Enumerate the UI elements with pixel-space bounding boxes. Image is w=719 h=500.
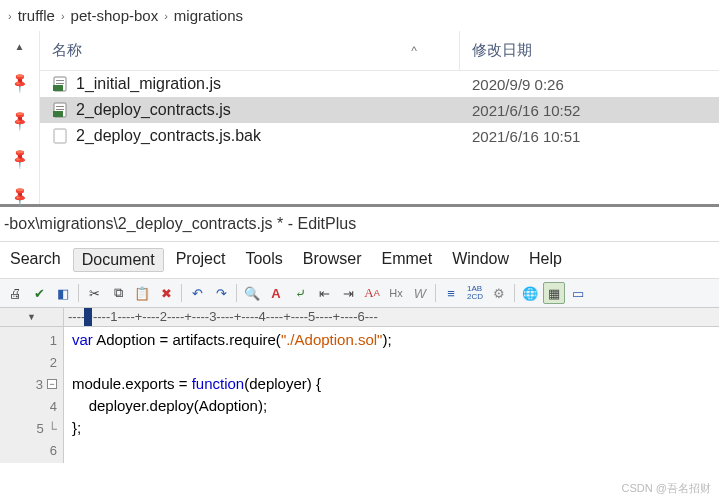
line-button[interactable]: ≡: [440, 282, 462, 304]
toolbar-separator: [435, 284, 436, 302]
menu-item-search[interactable]: Search: [2, 248, 69, 272]
delete-button[interactable]: ✖: [155, 282, 177, 304]
file-icon: [52, 128, 68, 144]
column-header-date[interactable]: 修改日期: [460, 31, 719, 70]
undo-button[interactable]: ↶: [186, 282, 208, 304]
svg-rect-2: [56, 83, 64, 84]
menu-item-browser[interactable]: Browser: [295, 248, 370, 272]
chevron-right-icon: ›: [61, 10, 65, 22]
menu-item-emmet[interactable]: Emmet: [373, 248, 440, 272]
column-header-name[interactable]: 名称 ^: [40, 31, 460, 70]
pin-icon[interactable]: 📌: [8, 146, 31, 169]
pin-icon[interactable]: 📌: [8, 108, 31, 131]
code-content[interactable]: var Adoption = artifacts.require("./Adop…: [64, 327, 719, 463]
output-button[interactable]: ▭: [567, 282, 589, 304]
svg-rect-6: [56, 106, 64, 107]
line-number: 3−: [0, 373, 63, 395]
ruler: ▼ ----+----1----+----2----+----3----+---…: [0, 308, 719, 327]
print-button[interactable]: 🖨: [4, 282, 26, 304]
copy-button[interactable]: ⧉: [107, 282, 129, 304]
toolbar-separator: [236, 284, 237, 302]
indent-left-button[interactable]: ⇤: [313, 282, 335, 304]
settings-button[interactable]: ⚙: [488, 282, 510, 304]
toolbar-separator: [181, 284, 182, 302]
file-name: 1_initial_migration.js: [76, 75, 221, 93]
line-number: 6: [0, 439, 63, 461]
breadcrumb-item[interactable]: migrations: [174, 7, 243, 24]
watermark: CSDN @吾名招财: [622, 481, 711, 496]
file-date: 2021/6/16 10:51: [460, 128, 719, 145]
sort-indicator-icon: ^: [411, 44, 417, 58]
ruler-scale: ----+----1----+----2----+----3----+----4…: [64, 308, 719, 326]
file-name: 2_deploy_contracts.js: [76, 101, 231, 119]
menu-item-help[interactable]: Help: [521, 248, 570, 272]
file-name: 2_deploy_contracts.js.bak: [76, 127, 261, 145]
scroll-up-icon[interactable]: ▲: [15, 41, 25, 52]
file-row[interactable]: 2_deploy_contracts.js2021/6/16 10:52: [40, 97, 719, 123]
file-icon: [52, 76, 68, 92]
preview-button[interactable]: ◧: [52, 282, 74, 304]
indent-right-button[interactable]: ⇥: [337, 282, 359, 304]
font-button[interactable]: AA: [361, 282, 383, 304]
line-number-gutter: 123−45└6: [0, 327, 64, 463]
breadcrumb[interactable]: › truffle › pet-shop-box › migrations: [0, 0, 719, 31]
encoding-button[interactable]: 1AB2CD: [464, 282, 486, 304]
code-line[interactable]: var Adoption = artifacts.require("./Adop…: [72, 329, 711, 351]
font-color-button[interactable]: A: [265, 282, 287, 304]
wrap-button[interactable]: ⤶: [289, 282, 311, 304]
menu-item-window[interactable]: Window: [444, 248, 517, 272]
column-header-date-label: 修改日期: [472, 41, 532, 58]
file-row[interactable]: 2_deploy_contracts.js.bak2021/6/16 10:51: [40, 123, 719, 149]
code-line[interactable]: module.exports = function(deployer) {: [72, 373, 711, 395]
line-number: 1: [0, 329, 63, 351]
redo-button[interactable]: ↷: [210, 282, 232, 304]
paste-button[interactable]: 📋: [131, 282, 153, 304]
cut-button[interactable]: ✂: [83, 282, 105, 304]
svg-rect-1: [56, 80, 64, 81]
code-editor[interactable]: 123−45└6 var Adoption = artifacts.requir…: [0, 327, 719, 463]
pin-icon[interactable]: 📌: [8, 184, 31, 207]
svg-rect-10: [54, 129, 66, 143]
cursor-marker: [84, 308, 92, 326]
menu-item-document[interactable]: Document: [73, 248, 164, 272]
quick-access-pins: ▲ 📌 📌 📌 📌: [0, 31, 40, 204]
find-button[interactable]: 🔍: [241, 282, 263, 304]
code-line[interactable]: [72, 351, 711, 373]
menu-item-project[interactable]: Project: [168, 248, 234, 272]
fold-end-icon: └: [48, 421, 57, 436]
file-date: 2020/9/9 0:26: [460, 76, 719, 93]
fold-minus-icon[interactable]: −: [47, 379, 57, 389]
svg-rect-7: [56, 109, 64, 110]
svg-rect-4: [53, 85, 63, 91]
file-row[interactable]: 1_initial_migration.js2020/9/9 0:26: [40, 71, 719, 97]
breadcrumb-item[interactable]: pet-shop-box: [71, 7, 159, 24]
line-number: 5└: [0, 417, 63, 439]
browser-button[interactable]: 🌐: [519, 282, 541, 304]
ruler-text: ----+----1----+----2----+----3----+----4…: [68, 309, 378, 324]
toolbar-separator: [514, 284, 515, 302]
line-number: 4: [0, 395, 63, 417]
toolbar: 🖨 ✔ ◧ ✂ ⧉ 📋 ✖ ↶ ↷ 🔍 A ⤶ ⇤ ⇥ AA Hx W ≡ 1A…: [0, 278, 719, 308]
caret-down-icon: ▼: [27, 312, 36, 322]
editor-window: -box\migrations\2_deploy_contracts.js * …: [0, 207, 719, 463]
file-date: 2021/6/16 10:52: [460, 102, 719, 119]
file-list: 名称 ^ 修改日期 1_initial_migration.js2020/9/9…: [40, 31, 719, 204]
file-icon: [52, 102, 68, 118]
spellcheck-button[interactable]: ✔: [28, 282, 50, 304]
ruler-gutter: ▼: [0, 308, 64, 326]
chevron-right-icon: ›: [8, 10, 12, 22]
wordwrap-button[interactable]: W: [409, 282, 431, 304]
panel-button[interactable]: ▦: [543, 282, 565, 304]
code-line[interactable]: [72, 439, 711, 461]
window-title: -box\migrations\2_deploy_contracts.js * …: [0, 207, 719, 242]
chevron-right-icon: ›: [164, 10, 168, 22]
hex-button[interactable]: Hx: [385, 282, 407, 304]
file-explorer: › truffle › pet-shop-box › migrations ▲ …: [0, 0, 719, 207]
code-line[interactable]: deployer.deploy(Adoption);: [72, 395, 711, 417]
column-headers: 名称 ^ 修改日期: [40, 31, 719, 71]
breadcrumb-item[interactable]: truffle: [18, 7, 55, 24]
toolbar-separator: [78, 284, 79, 302]
pin-icon[interactable]: 📌: [8, 70, 31, 93]
code-line[interactable]: };: [72, 417, 711, 439]
menu-item-tools[interactable]: Tools: [237, 248, 290, 272]
